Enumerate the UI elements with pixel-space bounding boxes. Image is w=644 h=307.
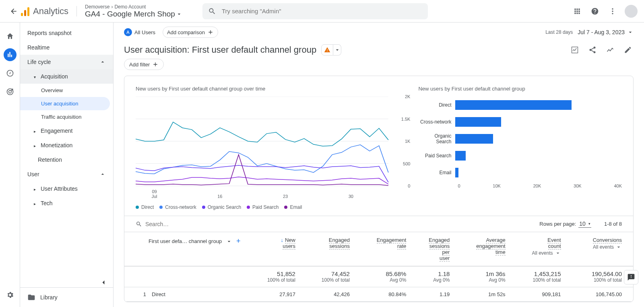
- dimension-selector[interactable]: First user defa… channel group: [149, 238, 222, 244]
- search-container: [202, 3, 428, 19]
- breadcrumb[interactable]: Demoverse›Demo Account: [85, 4, 182, 10]
- target-icon: [6, 88, 14, 96]
- chevron-down-icon: [176, 11, 182, 17]
- legend-item[interactable]: Direct: [136, 204, 154, 210]
- date-range-picker[interactable]: Last 28 days Jul 7 - Aug 3, 2023: [545, 29, 634, 35]
- totals-row: 51,852100% of total74,452100% of total85…: [124, 266, 633, 287]
- sidebar-acquisition[interactable]: Acquisition: [20, 69, 113, 84]
- svg-point-1: [612, 10, 613, 12]
- chevron-left-icon: [99, 278, 107, 286]
- plus-icon: [152, 61, 159, 68]
- avatar[interactable]: [625, 5, 638, 18]
- add-comparison-button[interactable]: Add comparison: [163, 27, 218, 38]
- bar-row: Email: [418, 164, 622, 181]
- legend-dot-icon: [284, 206, 287, 209]
- back-button[interactable]: [6, 7, 21, 15]
- chevron-down-icon: [334, 47, 341, 53]
- data-table: First user defa… channel group + ↓Newuse…: [124, 232, 633, 302]
- sidebar-user-attributes[interactable]: User Attributes: [20, 181, 113, 196]
- search-icon: [136, 221, 142, 227]
- triangle-right-icon: [34, 128, 37, 134]
- legend-item[interactable]: Paid Search: [247, 204, 279, 210]
- table-range: 1-8 of 8: [604, 221, 622, 227]
- share-icon: [588, 46, 597, 54]
- data-quality-dropdown[interactable]: [333, 44, 341, 56]
- col-conversions[interactable]: ConversionsAll events: [565, 232, 633, 266]
- rail-reports[interactable]: [4, 48, 17, 61]
- legend-item[interactable]: Email: [284, 204, 302, 210]
- more-vert-icon: [609, 7, 617, 15]
- rail-advertising[interactable]: [4, 85, 17, 98]
- top-header: Analytics Demoverse›Demo Account GA4 - G…: [0, 0, 644, 23]
- sidebar-traffic-acquisition[interactable]: Traffic acquisition: [20, 110, 113, 124]
- line-chart-legend: DirectCross-networkOrganic SearchPaid Se…: [136, 204, 410, 210]
- compare-button[interactable]: [605, 44, 616, 56]
- col-new-users[interactable]: ↓Newusers: [245, 232, 299, 266]
- legend-item[interactable]: Organic Search: [202, 204, 241, 210]
- help-button[interactable]: [589, 6, 601, 17]
- col-engagement-rate[interactable]: Engagementrate: [354, 232, 410, 266]
- bar-chart-icon: [6, 51, 14, 59]
- charts-card: New users by First user default channel …: [124, 76, 634, 302]
- home-icon: [6, 32, 14, 40]
- data-quality-warning[interactable]: [321, 44, 333, 56]
- col-avg-engagement-time[interactable]: Averageengagementtime: [454, 232, 509, 266]
- sidebar-collapse-button[interactable]: [99, 278, 107, 288]
- rpp-select[interactable]: 10: [578, 220, 591, 228]
- svg-point-0: [612, 8, 613, 9]
- folder-icon: [27, 293, 35, 301]
- sidebar-overview[interactable]: Overview: [20, 84, 113, 97]
- line-chart[interactable]: 05001K1.5K2K09 Jul162330: [136, 97, 410, 197]
- triangle-right-icon: [34, 200, 37, 206]
- line-chart-title: New users by First user default channel …: [136, 86, 410, 92]
- sidebar-section-lifecycle[interactable]: Life cycle: [20, 55, 113, 69]
- table-row[interactable]: 1Direct27,91742,42680.84%1.191m 52s909,1…: [124, 287, 633, 302]
- sidebar-realtime[interactable]: Realtime: [20, 40, 113, 55]
- legend-item[interactable]: Cross-network: [159, 204, 196, 210]
- feedback-button[interactable]: [624, 270, 638, 284]
- all-users-badge-icon: A: [124, 28, 132, 36]
- bar-row: Paid Search: [418, 147, 622, 164]
- apps-button[interactable]: [572, 6, 583, 17]
- bar-chart-panel: New users by First user default channel …: [418, 86, 622, 210]
- rail-home[interactable]: [4, 30, 17, 43]
- customize-report-button[interactable]: [569, 44, 580, 56]
- rail-admin[interactable]: [4, 288, 17, 301]
- sidebar-library[interactable]: Library: [20, 287, 113, 307]
- bar-row: Direct: [418, 97, 622, 113]
- share-button[interactable]: [587, 44, 598, 56]
- table-search-input[interactable]: [145, 221, 216, 227]
- col-engaged-sessions[interactable]: Engagedsessions: [299, 232, 354, 266]
- sidebar-section-user[interactable]: User: [20, 167, 113, 181]
- sidebar: Reports snapshot Realtime Life cycle Acq…: [20, 23, 114, 307]
- nav-rail: [0, 23, 20, 307]
- apps-icon: [573, 7, 581, 15]
- svg-point-6: [594, 47, 596, 49]
- svg-point-7: [590, 49, 592, 51]
- arrow-back-icon: [10, 7, 18, 15]
- bar-row: Organic Search: [418, 130, 622, 147]
- all-users-chip[interactable]: All Users: [134, 29, 155, 35]
- page-title: User acquisition: First user default cha…: [124, 45, 316, 55]
- col-event-count[interactable]: EventcountAll events: [510, 232, 565, 266]
- sidebar-retention[interactable]: Retention: [20, 152, 113, 167]
- search-input[interactable]: [222, 8, 422, 14]
- sidebar-engagement[interactable]: Engagement: [20, 124, 113, 138]
- property-selector[interactable]: GA4 - Google Merch Shop: [85, 10, 182, 19]
- bar-chart[interactable]: DirectCross-networkOrganic SearchPaid Se…: [418, 97, 622, 197]
- sidebar-monetization[interactable]: Monetization: [20, 138, 113, 152]
- svg-point-8: [594, 51, 596, 53]
- add-dimension-button[interactable]: +: [236, 237, 241, 245]
- add-filter-button[interactable]: Add filter: [124, 59, 164, 70]
- more-vert-button[interactable]: [607, 6, 618, 17]
- sidebar-tech[interactable]: Tech: [20, 196, 113, 210]
- gear-icon: [6, 291, 14, 299]
- search-box[interactable]: [202, 3, 428, 19]
- legend-dot-icon: [247, 206, 250, 209]
- rail-explore[interactable]: [4, 67, 17, 80]
- edit-button[interactable]: [622, 44, 634, 56]
- sidebar-user-acquisition[interactable]: User acquisition: [20, 97, 110, 110]
- help-icon: [591, 7, 599, 15]
- col-engaged-sessions-per-user[interactable]: Engagedsessionsperuser: [410, 232, 454, 266]
- sidebar-reports-snapshot[interactable]: Reports snapshot: [20, 26, 113, 40]
